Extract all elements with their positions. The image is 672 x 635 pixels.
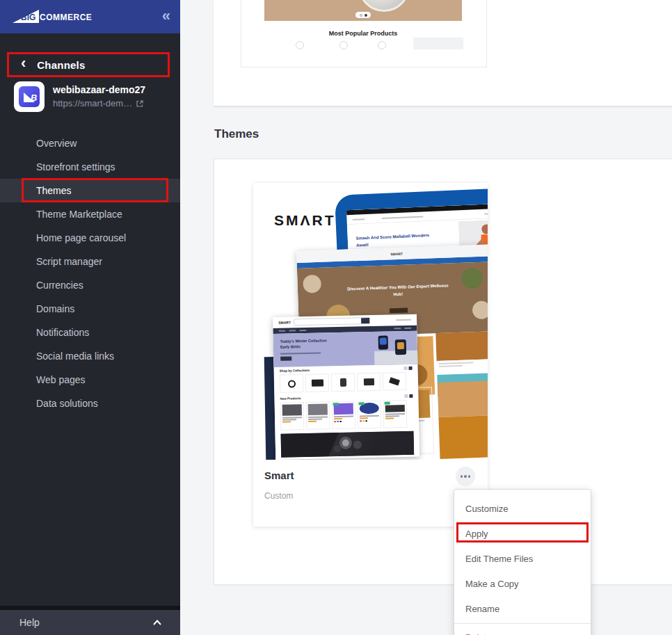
sidebar-item-currencies[interactable]: Currencies: [0, 273, 180, 297]
store-name: webibazaar-demo27: [53, 84, 145, 95]
theme-name: Smart: [264, 469, 294, 481]
preview-winter-screenshot: SMART Today's Winter Collection Early Bi…: [273, 314, 419, 460]
help-label: Help: [19, 617, 40, 628]
menu-divider: [454, 623, 591, 624]
sidebar-item-overview[interactable]: Overview: [0, 131, 180, 155]
sidebar-item-theme-marketplace[interactable]: Theme Marketplace: [0, 202, 180, 226]
logo-commerce-text: COMMERCE: [40, 13, 92, 22]
sidebar-item-web-pages[interactable]: Web pages: [0, 368, 180, 392]
svg-text:B: B: [31, 93, 37, 103]
inner-site-logo: SMART: [390, 251, 403, 256]
store-url[interactable]: https://smart-dem…: [53, 98, 145, 108]
sidebar-item-domains[interactable]: Domains: [0, 297, 180, 321]
inner-site-logo: SMART: [278, 320, 291, 324]
store-logo-icon: B: [19, 86, 40, 107]
sidebar-item-script-manager[interactable]: Script manager: [0, 250, 180, 273]
row-collections-label: Shop by Collections: [280, 368, 310, 372]
carousel-dot: [360, 14, 362, 17]
sidebar-collapse-icon[interactable]: «: [162, 8, 170, 26]
product-thumb: [378, 41, 386, 49]
storefront-section-heading: Most Popular Products: [264, 30, 462, 37]
carousel-dots: [355, 12, 371, 18]
theme-type-label: Custom: [264, 491, 293, 501]
bigcommerce-logo-mark: BIG COMMERCE: [10, 8, 120, 25]
sidebar-item-storefront-settings[interactable]: Storefront settings: [0, 155, 180, 179]
sidebar-item-themes[interactable]: Themes: [0, 179, 180, 202]
storefront-banner: [264, 0, 462, 21]
watch-photo: [395, 339, 406, 355]
sidebar-item-data-solutions[interactable]: Data solutions: [0, 392, 180, 415]
carousel-dot-active: [365, 14, 367, 17]
sidebar-item-social-media-links[interactable]: Social media links: [0, 344, 180, 368]
theme-preview-image[interactable]: SMΛRT Smash And Score Mallaball Wonders …: [253, 183, 488, 460]
ellipsis-icon: [461, 475, 463, 478]
collection-thumb-headphones: [280, 374, 304, 393]
sidebar: BIG COMMERCE « ‹ Channels B: [0, 0, 180, 635]
store-avatar: B: [14, 81, 45, 112]
winter-title: Today's Winter Collection: [280, 338, 327, 343]
theme-options-button[interactable]: [456, 467, 475, 486]
banner-product-photo: [358, 0, 410, 12]
theme-card-smart: SMΛRT Smash And Score Mallaball Wonders …: [253, 183, 488, 527]
chevron-up-icon: [152, 619, 162, 626]
collection-thumb-laptop: [305, 373, 330, 392]
sidebar-item-home-page-carousel[interactable]: Home page carousel: [0, 226, 180, 250]
wellness-headline: Discover A Healthier You With Our Expert…: [346, 282, 451, 299]
sidebar-header: BIG COMMERCE «: [0, 0, 180, 33]
sidebar-nav: Overview Storefront settings Themes Them…: [0, 131, 180, 415]
camera-banner: [281, 431, 415, 458]
menu-item-apply[interactable]: Apply: [454, 522, 591, 547]
product-thumb: [296, 41, 304, 49]
bottles-photo: [435, 331, 488, 361]
store-info: B webibazaar-demo27 https://smart-dem…: [14, 81, 170, 112]
themes-panel: SMΛRT Smash And Score Mallaball Wonders …: [214, 159, 672, 585]
store-url-text: https://smart-dem…: [53, 98, 132, 108]
smart-theme-logo: SMΛRT: [274, 212, 336, 229]
bigcommerce-admin: BIG COMMERCE « ‹ Channels B: [0, 0, 672, 635]
channels-back-nav[interactable]: ‹ Channels: [0, 52, 180, 77]
menu-item-rename[interactable]: Rename: [454, 597, 591, 622]
storefront-panel: Most Popular Products: [214, 0, 672, 106]
store-meta: webibazaar-demo27 https://smart-dem…: [53, 81, 145, 112]
help-bar[interactable]: Help: [0, 606, 180, 635]
watch-photo: [378, 336, 388, 350]
bigcommerce-logo: BIG COMMERCE: [10, 8, 120, 25]
chevron-left-icon: ‹: [21, 56, 26, 74]
external-link-icon[interactable]: [136, 99, 144, 108]
winter-sub: Early Birds: [280, 344, 301, 349]
product-thumb: [339, 41, 348, 49]
menu-item-edit-theme-files[interactable]: Edit Theme Files: [454, 547, 591, 572]
product-thumb-rect: [413, 38, 463, 49]
microscope-photo: [438, 380, 488, 417]
sidebar-item-notifications[interactable]: Notifications: [0, 321, 180, 344]
menu-item-customize[interactable]: Customize: [454, 497, 591, 522]
channels-label: Channels: [37, 59, 85, 71]
menu-item-delete[interactable]: Delete: [454, 625, 591, 635]
collection-thumb-printer: [357, 373, 381, 392]
storefront-preview-card: Most Popular Products: [241, 0, 487, 67]
menu-item-make-a-copy[interactable]: Make a Copy: [454, 572, 591, 597]
inner-search-bar: [294, 317, 370, 325]
row-new-label: New Products: [280, 396, 301, 401]
collection-thumb-watch: [331, 373, 355, 392]
theme-options-menu: Customize Apply Edit Theme Files Make a …: [454, 489, 591, 635]
collection-thumb-drone: [383, 372, 407, 391]
page-title: Themes: [214, 127, 259, 141]
logo-big-text: BIG: [21, 13, 35, 22]
